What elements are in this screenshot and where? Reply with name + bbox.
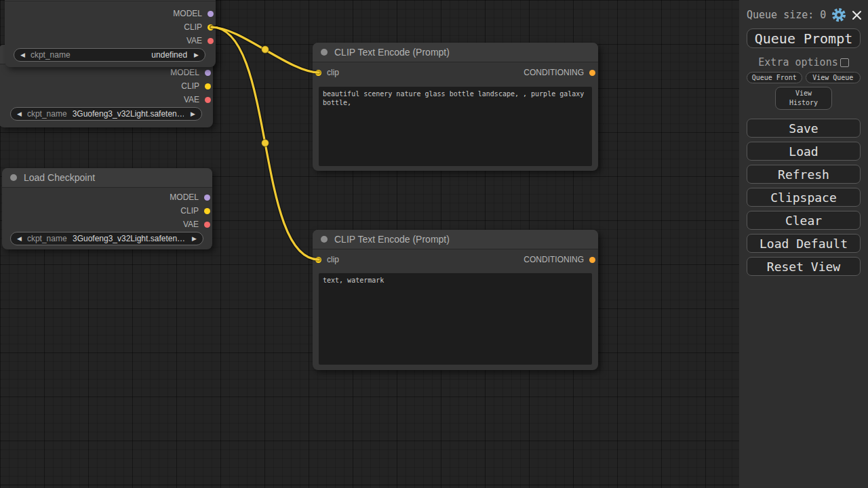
output-slot-vae[interactable]: VAE [2, 218, 212, 231]
comfy-menu-panel: Queue size: 0 Queue Prompt Extra options… [739, 0, 868, 488]
node-title-bar[interactable]: CLIP Text Encode (Prompt) [313, 43, 598, 62]
combo-left-arrow-icon[interactable]: ◀ [17, 111, 22, 117]
refresh-button[interactable]: Refresh [747, 165, 861, 184]
model-output-dot[interactable] [204, 195, 210, 201]
queue-prompt-button[interactable]: Queue Prompt [747, 28, 861, 48]
input-slot-clip[interactable]: clip [315, 68, 339, 77]
output-slot-clip[interactable]: CLIP [0, 79, 213, 93]
node-clip-text-encode-negative[interactable]: CLIP Text Encode (Prompt) clip CONDITION… [313, 230, 598, 370]
clipspace-button[interactable]: Clipspace [747, 188, 861, 207]
node-title-bar[interactable]: Load Checkpoint [2, 168, 212, 188]
reset-view-button[interactable]: Reset View [747, 257, 861, 276]
comfyui-window: MODEL CLIP VAE ◀ ckpt_name 3Guofeng3_v32… [0, 0, 868, 488]
combo-left-arrow-icon[interactable]: ◀ [20, 52, 25, 58]
output-slot-vae[interactable]: VAE [0, 93, 213, 106]
clip-input-dot[interactable] [315, 70, 321, 76]
output-slot-conditioning[interactable]: CONDITIONING [524, 255, 595, 264]
output-slot-model[interactable]: MODEL [5, 7, 216, 20]
prompt-textarea[interactable]: text, watermark [319, 273, 592, 365]
queue-size-label: Queue size: 0 [747, 9, 826, 21]
node-title-bar[interactable]: CLIP Text Encode (Prompt) [313, 230, 598, 249]
output-slot-clip[interactable]: CLIP [2, 204, 212, 218]
extra-options-label: Extra options [758, 56, 837, 68]
combo-right-arrow-icon[interactable]: ▶ [192, 236, 197, 242]
clip-output-dot[interactable] [204, 208, 210, 214]
collapse-dot-icon[interactable] [10, 174, 17, 181]
model-output-dot[interactable] [208, 11, 214, 17]
settings-gear-icon[interactable] [831, 7, 846, 22]
collapse-dot-icon[interactable] [321, 49, 328, 56]
conditioning-output-dot[interactable] [589, 70, 595, 76]
node-title-bar[interactable] [5, 0, 216, 1]
output-slot-vae[interactable]: VAE [5, 34, 216, 47]
vae-output-dot[interactable] [204, 222, 210, 228]
load-default-button[interactable]: Load Default [747, 234, 861, 253]
prompt-textarea[interactable]: beautiful scenery nature glass bottle la… [319, 87, 592, 166]
combo-left-arrow-icon[interactable]: ◀ [17, 236, 22, 242]
input-slot-clip[interactable]: clip [315, 255, 339, 264]
collapse-dot-icon[interactable] [321, 236, 328, 243]
ckpt-name-combo-widget[interactable]: ◀ ckpt_name 3Guofeng3_v32Light.safeten… … [10, 107, 202, 121]
clip-input-dot[interactable] [315, 257, 321, 263]
extra-options-checkbox[interactable] [840, 58, 849, 67]
combo-right-arrow-icon[interactable]: ▶ [191, 111, 195, 117]
output-slot-conditioning[interactable]: CONDITIONING [524, 68, 595, 77]
output-slot-model[interactable]: MODEL [2, 190, 212, 204]
vae-output-dot[interactable] [208, 38, 214, 44]
node-load-checkpoint-1[interactable]: MODEL CLIP VAE ◀ ckpt_name undefined ▶ [5, 0, 216, 67]
load-button[interactable]: Load [747, 142, 861, 161]
output-slot-clip[interactable]: CLIP [5, 20, 216, 34]
ckpt-name-combo-widget[interactable]: ◀ ckpt_name 3Guofeng3_v32Light.safeten… … [10, 232, 203, 245]
conditioning-output-dot[interactable] [589, 257, 595, 263]
save-button[interactable]: Save [747, 119, 861, 138]
view-history-button[interactable]: View History [775, 87, 832, 110]
output-slot-model[interactable]: MODEL [0, 66, 213, 79]
clear-button[interactable]: Clear [747, 211, 861, 230]
node-clip-text-encode-positive[interactable]: CLIP Text Encode (Prompt) clip CONDITION… [313, 43, 598, 171]
close-icon[interactable] [852, 10, 862, 20]
queue-front-button[interactable]: Queue Front [747, 72, 802, 83]
clip-output-dot[interactable] [208, 24, 214, 30]
clip-output-dot[interactable] [205, 83, 211, 89]
view-queue-button[interactable]: View Queue [806, 72, 861, 83]
model-output-dot[interactable] [205, 70, 211, 76]
vae-output-dot[interactable] [205, 97, 211, 103]
ckpt-name-combo-widget[interactable]: ◀ ckpt_name undefined ▶ [14, 48, 205, 62]
node-load-checkpoint-3[interactable]: Load Checkpoint MODEL CLIP VAE ◀ ckpt_na… [2, 168, 212, 249]
combo-right-arrow-icon[interactable]: ▶ [194, 52, 199, 58]
